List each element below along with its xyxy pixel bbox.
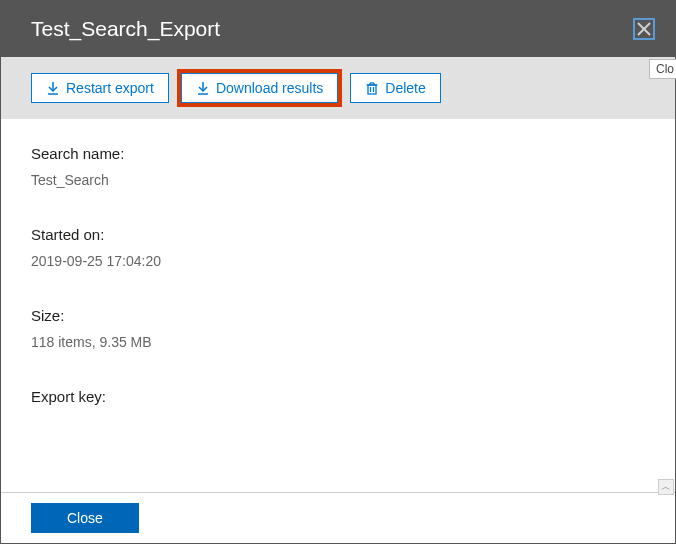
- footer-bar: Close: [1, 492, 675, 543]
- download-results-label: Download results: [216, 80, 323, 96]
- export-key-label: Export key:: [31, 388, 645, 405]
- started-on-value: 2019-09-25 17:04:20: [31, 253, 645, 269]
- highlight-box: Download results: [177, 69, 342, 107]
- dialog-frame: Test_Search_Export Clo Restart export: [0, 0, 676, 544]
- download-results-button[interactable]: Download results: [181, 73, 338, 103]
- restart-export-button[interactable]: Restart export: [31, 73, 169, 103]
- dialog-title: Test_Search_Export: [31, 17, 220, 41]
- field-export-key: Export key:: [31, 388, 645, 405]
- delete-button[interactable]: Delete: [350, 73, 440, 103]
- svg-rect-6: [368, 85, 376, 94]
- download-icon: [46, 81, 60, 95]
- tooltip-partial: Clo: [649, 59, 676, 79]
- search-name-value: Test_Search: [31, 172, 645, 188]
- restart-export-label: Restart export: [66, 80, 154, 96]
- started-on-label: Started on:: [31, 226, 645, 243]
- toolbar: Restart export Download results: [1, 57, 675, 119]
- scroll-down-arrow[interactable]: ︿: [658, 479, 674, 495]
- field-search-name: Search name: Test_Search: [31, 145, 645, 188]
- close-button[interactable]: Close: [31, 503, 139, 533]
- search-name-label: Search name:: [31, 145, 645, 162]
- download-icon: [196, 81, 210, 95]
- field-started-on: Started on: 2019-09-25 17:04:20: [31, 226, 645, 269]
- close-dialog-button[interactable]: [633, 18, 655, 40]
- close-icon: [637, 22, 651, 36]
- size-value: 118 items, 9.35 MB: [31, 334, 645, 350]
- delete-label: Delete: [385, 80, 425, 96]
- trash-icon: [365, 81, 379, 95]
- title-bar: Test_Search_Export: [1, 1, 675, 57]
- field-size: Size: 118 items, 9.35 MB: [31, 307, 645, 350]
- size-label: Size:: [31, 307, 645, 324]
- content-fade: [1, 468, 675, 492]
- content-area: Search name: Test_Search Started on: 201…: [1, 119, 675, 492]
